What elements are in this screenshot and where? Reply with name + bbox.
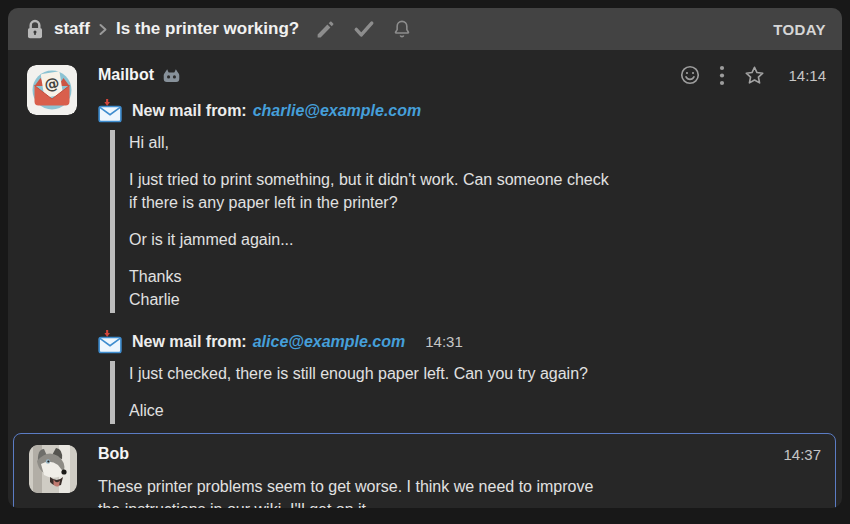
sender-email-link[interactable]: alice@example.com <box>253 333 406 351</box>
mailbot-avatar[interactable]: @ <box>27 65 77 115</box>
mail-from-label: New mail from: <box>132 102 247 120</box>
sender-email-link[interactable]: charlie@example.com <box>253 102 422 120</box>
email-paragraph: I just checked, there is still enough pa… <box>129 362 730 385</box>
message-timestamp: 14:37 <box>783 446 825 463</box>
incoming-mail-icon <box>98 329 123 354</box>
sender-row: Bob 14:37 <box>98 442 825 466</box>
message-hover-actions: 14:14 <box>661 64 842 87</box>
mailbot-message-content: Mailbot <box>98 60 842 424</box>
message-menu-dots-icon[interactable] <box>719 65 725 86</box>
message-timestamp: 14:31 <box>425 333 479 350</box>
message-bob-selected[interactable]: Bob 14:37 These printer problems seem to… <box>13 433 836 508</box>
email-paragraph: I just tried to print something, but it … <box>129 168 730 214</box>
message-group-mailbot[interactable]: @ Mailbot <box>8 60 842 424</box>
chevron-right-icon <box>98 22 108 37</box>
emoji-reaction-icon[interactable] <box>679 64 701 86</box>
email-paragraph: Hi all, <box>129 131 730 154</box>
app-background: staff Is the printer working? <box>0 0 850 524</box>
email-paragraph: Or is it jammed again... <box>129 228 730 251</box>
date-label: TODAY <box>773 21 826 38</box>
message-text: These printer problems seem to get worse… <box>98 475 738 508</box>
topic-title[interactable]: Is the printer working? <box>116 19 299 39</box>
incoming-mail-icon <box>98 98 123 123</box>
notifications-bell-icon[interactable] <box>392 18 412 41</box>
edit-topic-pencil-icon[interactable] <box>315 19 336 40</box>
mail-header-alice: New mail from: alice@example.com 14:31 <box>98 329 842 354</box>
bob-message-content: Bob 14:37 These printer problems seem to… <box>98 442 825 508</box>
star-message-icon[interactable] <box>743 64 766 87</box>
message-timestamp: 14:14 <box>786 67 826 84</box>
stream-name[interactable]: staff <box>54 19 90 39</box>
email-paragraph: Alice <box>129 399 730 422</box>
topic-bar: staff Is the printer working? <box>8 8 842 50</box>
quoted-email-body: I just checked, there is still enough pa… <box>110 361 730 424</box>
resolve-topic-check-icon[interactable] <box>353 19 375 39</box>
quoted-email-body: Hi all, I just tried to print something,… <box>110 130 730 313</box>
svg-text:@: @ <box>43 74 61 94</box>
bob-avatar[interactable] <box>29 445 77 493</box>
lock-icon <box>26 19 44 40</box>
message-list: @ Mailbot <box>8 50 842 508</box>
email-paragraph: Thanks Charlie <box>129 265 730 311</box>
bot-badge-icon <box>162 67 181 83</box>
sender-name[interactable]: Bob <box>98 445 129 463</box>
sender-name[interactable]: Mailbot <box>98 66 154 84</box>
mail-header-charlie: New mail from: charlie@example.com <box>98 98 842 123</box>
mail-from-label: New mail from: <box>132 333 247 351</box>
sender-row: Mailbot <box>98 63 842 87</box>
chat-window: staff Is the printer working? <box>8 8 842 508</box>
